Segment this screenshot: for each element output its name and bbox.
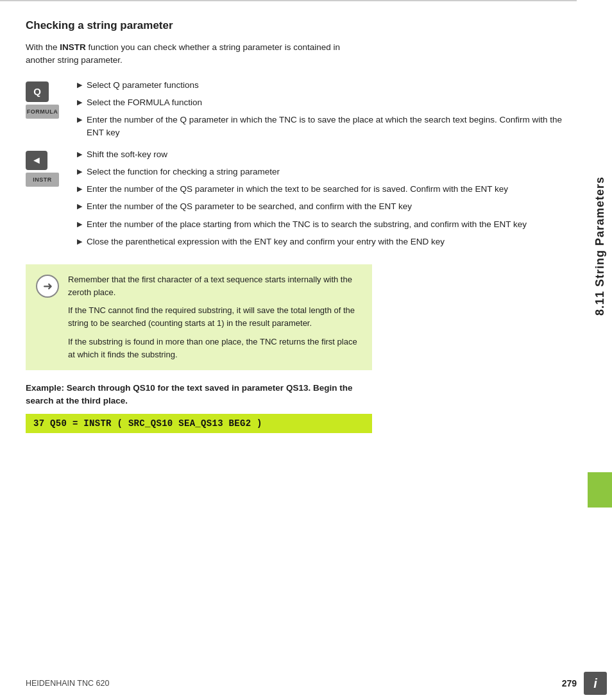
q-key-button[interactable]: Q xyxy=(26,81,49,102)
step-item-4: ▶ Shift the soft-key row xyxy=(77,148,577,161)
bullet-icon-8: ▶ xyxy=(77,220,82,228)
step-text-2: Select the FORMULA function xyxy=(87,96,202,109)
bullet-icon-2: ▶ xyxy=(77,98,82,107)
note-arrow-icon: ➜ xyxy=(43,279,53,293)
formula-key-label: FORMULA xyxy=(27,108,58,115)
intro-before: With the xyxy=(26,42,60,52)
step-item-9: ▶ Close the parenthetical expression wit… xyxy=(77,235,577,248)
bullet-icon-3: ▶ xyxy=(77,115,82,124)
icons-col-1: Q FORMULA xyxy=(26,79,77,144)
intro-paragraph: With the INSTR function you can check wh… xyxy=(26,41,359,67)
top-border xyxy=(0,0,577,1)
step-text-4: Shift the soft-key row xyxy=(87,148,167,161)
step-text-6: Enter the number of the QS parameter in … xyxy=(87,183,508,196)
arrow-key-button[interactable]: ◄ xyxy=(26,151,47,170)
bullet-icon-6: ▶ xyxy=(77,185,82,193)
footer-page-number: 279 xyxy=(562,678,577,688)
page-content: 8.11 String Parameters Checking a string… xyxy=(0,0,612,700)
step-item-1: ▶ Select Q parameter functions xyxy=(77,79,577,92)
bullet-icon-4: ▶ xyxy=(77,150,82,158)
bullet-icon-9: ▶ xyxy=(77,237,82,246)
steps-block-2: ◄ INSTR ▶ Shift the soft-key row ▶ Selec… xyxy=(26,148,577,253)
arrow-key-icon: ◄ xyxy=(31,155,42,166)
note-para-1: Remember that the first character of a t… xyxy=(68,273,362,299)
sidebar-title: 8.11 String Parameters xyxy=(593,19,607,472)
info-badge: i xyxy=(584,672,607,695)
icons-col-2: ◄ INSTR xyxy=(26,148,77,253)
footer-brand: HEIDENHAIN TNC 620 xyxy=(26,679,109,688)
step-item-7: ▶ Enter the number of the QS parameter t… xyxy=(77,200,577,213)
steps-text-1: ▶ Select Q parameter functions ▶ Select … xyxy=(77,79,577,144)
instr-key-button[interactable]: INSTR xyxy=(26,173,59,187)
steps-block-1: Q FORMULA ▶ Select Q parameter functions… xyxy=(26,79,577,144)
note-para-3: If the substring is found in more than o… xyxy=(68,336,362,361)
info-icon: i xyxy=(593,676,597,691)
step-text-9: Close the parenthetical expression with … xyxy=(87,235,445,248)
page-title: Checking a string parameter xyxy=(26,19,577,32)
step-text-7: Enter the number of the QS parameter to … xyxy=(87,200,412,213)
bullet-icon-5: ▶ xyxy=(77,167,82,176)
step-item-2: ▶ Select the FORMULA function xyxy=(77,96,577,109)
formula-key-button[interactable]: FORMULA xyxy=(26,105,59,119)
bullet-icon-7: ▶ xyxy=(77,202,82,210)
sidebar-tab: 8.11 String Parameters xyxy=(588,0,612,700)
step-item-3: ▶ Enter the number of the Q parameter in… xyxy=(77,114,577,140)
step-item-5: ▶ Select the function for checking a str… xyxy=(77,166,577,178)
note-icon: ➜ xyxy=(36,275,59,298)
q-key-label: Q xyxy=(33,86,41,97)
bullet-icon-1: ▶ xyxy=(77,81,82,89)
steps-text-2: ▶ Shift the soft-key row ▶ Select the fu… xyxy=(77,148,577,253)
step-text-3: Enter the number of the Q parameter in w… xyxy=(87,114,577,140)
step-text-5: Select the function for checking a strin… xyxy=(87,166,280,178)
intro-bold: INSTR xyxy=(60,42,86,52)
instr-key-label: INSTR xyxy=(33,176,52,183)
note-text: Remember that the first character of a t… xyxy=(68,273,362,361)
footer: HEIDENHAIN TNC 620 279 xyxy=(26,678,577,688)
note-para-2: If the TNC cannot find the required subs… xyxy=(68,304,362,330)
code-line: 37 Q50 = INSTR ( SRC_QS10 SEA_QS13 BEG2 … xyxy=(26,414,372,433)
step-item-8: ▶ Enter the number of the place starting… xyxy=(77,218,577,231)
step-text-8: Enter the number of the place starting f… xyxy=(87,218,527,231)
example-label: Example: Search through QS10 for the tex… xyxy=(26,382,372,408)
main-content: Checking a string parameter With the INS… xyxy=(26,19,577,662)
sidebar-green-accent xyxy=(588,472,612,508)
note-box: ➜ Remember that the first character of a… xyxy=(26,264,372,370)
step-item-6: ▶ Enter the number of the QS parameter i… xyxy=(77,183,577,196)
step-text-1: Select Q parameter functions xyxy=(87,79,199,92)
